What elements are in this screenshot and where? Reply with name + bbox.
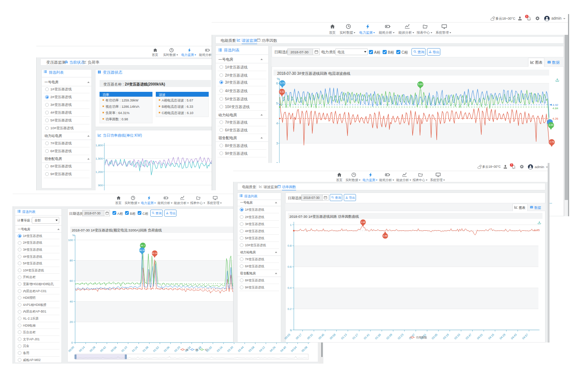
svg-text:60: 60 xyxy=(70,279,73,283)
svg-text:00:59: 00:59 xyxy=(329,333,336,340)
svg-text:5: 5 xyxy=(276,101,278,105)
svg-text:5.32: 5.32 xyxy=(280,90,285,93)
svg-text:00:00: 00:00 xyxy=(68,345,75,353)
svg-text:6: 6 xyxy=(276,81,278,85)
svg-text:01:38: 01:38 xyxy=(142,345,149,353)
svg-text:03:44: 03:44 xyxy=(237,345,245,353)
svg-text:01:52: 01:52 xyxy=(152,345,160,353)
svg-text:01:55: 01:55 xyxy=(374,333,382,340)
svg-text:1,500: 1,500 xyxy=(95,157,103,160)
svg-text:0.2: 0.2 xyxy=(288,307,292,311)
svg-text:功率因数: 功率因数 xyxy=(416,336,427,339)
svg-text:04:40: 04:40 xyxy=(280,345,287,353)
svg-text:04:57: 04:57 xyxy=(521,333,529,340)
svg-text:04:15: 04:15 xyxy=(488,333,495,340)
svg-text:IB: IB xyxy=(195,348,198,351)
svg-text:02:06: 02:06 xyxy=(163,345,171,353)
svg-text:40: 40 xyxy=(70,300,73,303)
svg-text:IA: IA xyxy=(186,348,188,351)
svg-text:00:14: 00:14 xyxy=(78,345,85,353)
svg-text:0: 0 xyxy=(290,328,292,332)
svg-text:03:33: 03:33 xyxy=(454,333,461,340)
svg-text:5.75: 5.75 xyxy=(280,82,285,84)
svg-text:1: 1 xyxy=(290,223,292,227)
svg-text:1,800: 1,800 xyxy=(95,144,103,147)
svg-text:4.26: 4.26 xyxy=(552,117,558,120)
svg-text:03:58: 03:58 xyxy=(248,345,255,353)
svg-text:00:31: 00:31 xyxy=(306,333,314,340)
svg-text:00:42: 00:42 xyxy=(100,345,107,353)
svg-text:05:08: 05:08 xyxy=(301,345,308,353)
svg-text:100: 100 xyxy=(68,238,73,242)
svg-text:0.89: 0.89 xyxy=(383,235,387,237)
svg-text:IC: IC xyxy=(205,348,208,351)
svg-text:01:13: 01:13 xyxy=(340,333,348,340)
svg-text:00:28: 00:28 xyxy=(89,345,96,353)
svg-text:01:24: 01:24 xyxy=(131,345,139,353)
svg-text:0.98: 0.98 xyxy=(361,221,365,223)
svg-text:04:01: 04:01 xyxy=(476,333,484,340)
svg-text:86.38: 86.38 xyxy=(139,249,145,251)
svg-text:4.92: 4.92 xyxy=(552,103,558,107)
svg-text:00:56: 00:56 xyxy=(110,345,117,353)
svg-text:02:20: 02:20 xyxy=(174,345,181,353)
svg-text:03:30: 03:30 xyxy=(226,345,234,353)
svg-text:0.95: 0.95 xyxy=(534,228,540,232)
svg-text:02:09: 02:09 xyxy=(386,333,393,340)
svg-text:02:23: 02:23 xyxy=(397,333,404,340)
svg-text:1,200: 1,200 xyxy=(95,170,103,174)
svg-text:0.6: 0.6 xyxy=(288,265,292,268)
svg-text:%: % xyxy=(72,234,75,237)
svg-text:01:27: 01:27 xyxy=(352,333,359,340)
svg-text:03:05: 03:05 xyxy=(431,333,439,340)
svg-text:4: 4 xyxy=(276,121,278,125)
svg-text:5.69: 5.69 xyxy=(418,83,423,86)
svg-text:2.75: 2.75 xyxy=(550,141,554,143)
svg-text:03:16: 03:16 xyxy=(216,345,224,353)
svg-text:00:17: 00:17 xyxy=(295,333,302,340)
svg-text:04:26: 04:26 xyxy=(269,345,276,353)
svg-text:01:41: 01:41 xyxy=(363,333,370,340)
svg-text:0.4: 0.4 xyxy=(288,286,292,290)
svg-text:0.8: 0.8 xyxy=(288,244,292,247)
svg-text:00:45: 00:45 xyxy=(318,333,325,340)
svg-text:03:47: 03:47 xyxy=(465,333,472,340)
svg-text:04:54: 04:54 xyxy=(290,345,298,353)
svg-text:3: 3 xyxy=(276,141,278,145)
svg-text:04:29: 04:29 xyxy=(499,333,506,340)
svg-text:80: 80 xyxy=(70,259,73,262)
svg-text:04:12: 04:12 xyxy=(258,345,266,353)
svg-text:89.7: 89.7 xyxy=(141,244,145,247)
svg-text:900: 900 xyxy=(98,184,103,187)
svg-text:01:10: 01:10 xyxy=(121,345,128,353)
svg-text:4.84: 4.84 xyxy=(552,107,558,110)
svg-text:04:43: 04:43 xyxy=(510,333,518,340)
svg-text:20: 20 xyxy=(70,320,73,324)
svg-text:83.34: 83.34 xyxy=(152,252,158,254)
svg-text:0: 0 xyxy=(71,341,73,344)
svg-text:3.55: 3.55 xyxy=(549,124,554,126)
svg-text:03:19: 03:19 xyxy=(442,333,450,340)
